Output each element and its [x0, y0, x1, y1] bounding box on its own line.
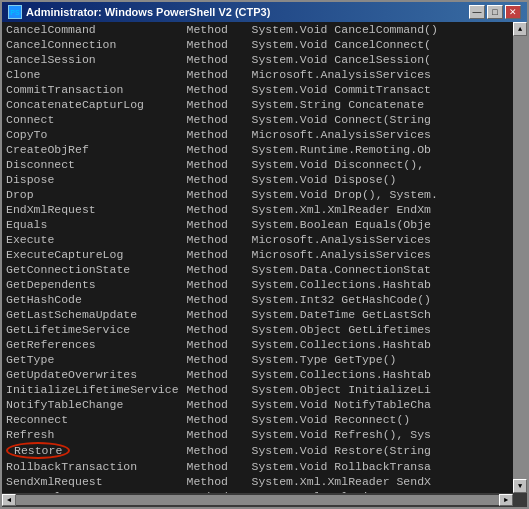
table-row: NotifyTableChangeMethodSystem.Void Notif… — [2, 397, 513, 412]
cell-type: Method — [183, 82, 248, 97]
table-row: ExecuteMethodMicrosoft.AnalysisServices — [2, 232, 513, 247]
scroll-left-button[interactable]: ◄ — [2, 494, 16, 506]
cell-definition: System.Void Refresh(), Sys — [248, 427, 513, 442]
title-bar: PS Administrator: Windows PowerShell V2 … — [2, 2, 527, 22]
table-row: CancelConnectionMethodSystem.Void Cancel… — [2, 37, 513, 52]
table-row: RefreshMethodSystem.Void Refresh(), Sys — [2, 427, 513, 442]
title-bar-left: PS Administrator: Windows PowerShell V2 … — [8, 5, 270, 19]
table-row: CreateObjRefMethodSystem.Runtime.Remotin… — [2, 142, 513, 157]
cell-name: Restore — [2, 442, 183, 459]
vertical-scrollbar[interactable]: ▲ ▼ — [513, 22, 527, 493]
window-icon: PS — [8, 5, 22, 19]
table-row: ConcatenateCapturLogMethodSystem.String … — [2, 97, 513, 112]
cell-name: GetType — [2, 352, 183, 367]
cell-definition: System.Void NotifyTableCha — [248, 397, 513, 412]
horizontal-scrollbar[interactable]: ◄ ► — [2, 493, 513, 507]
cell-type: Method — [183, 427, 248, 442]
cell-definition: System.Xml.XmlReader SendX — [248, 474, 513, 489]
cell-name: CommitTransaction — [2, 82, 183, 97]
cell-type: Method — [183, 247, 248, 262]
table-row: CancelCommandMethodSystem.Void CancelCom… — [2, 22, 513, 37]
cell-name: GetLastSchemaUpdate — [2, 307, 183, 322]
cell-definition: System.Collections.Hashtab — [248, 337, 513, 352]
window-title: Administrator: Windows PowerShell V2 (CT… — [26, 6, 270, 18]
cell-definition: System.Object GetLifetimes — [248, 322, 513, 337]
cell-type: Method — [183, 367, 248, 382]
cell-definition: System.Void CancelCommand() — [248, 22, 513, 37]
main-window: PS Administrator: Windows PowerShell V2 … — [0, 0, 529, 509]
cell-name: GetUpdateOverwrites — [2, 367, 183, 382]
table-row: ExecuteCaptureLogMethodMicrosoft.Analysi… — [2, 247, 513, 262]
scroll-track-vertical[interactable] — [513, 36, 527, 479]
cell-name: CancelSession — [2, 52, 183, 67]
cell-name: CreateObjRef — [2, 142, 183, 157]
cell-definition: System.Runtime.Remoting.Ob — [248, 142, 513, 157]
cell-name: Equals — [2, 217, 183, 232]
cell-name: Disconnect — [2, 157, 183, 172]
cell-definition: System.Collections.Hashtab — [248, 367, 513, 382]
cell-definition: Microsoft.AnalysisServices — [248, 67, 513, 82]
cell-name: NotifyTableChange — [2, 397, 183, 412]
cell-name: ExecuteCaptureLog — [2, 247, 183, 262]
cell-name: Dispose — [2, 172, 183, 187]
table-row: CommitTransactionMethodSystem.Void Commi… — [2, 82, 513, 97]
cell-type: Method — [183, 474, 248, 489]
cell-name: GetHashCode — [2, 292, 183, 307]
cell-name: GetLifetimeService — [2, 322, 183, 337]
cell-type: Method — [183, 277, 248, 292]
cell-type: Method — [183, 382, 248, 397]
cell-type: Method — [183, 172, 248, 187]
table-row: ReconnectMethodSystem.Void Reconnect() — [2, 412, 513, 427]
cell-definition: System.Void Restore(String — [248, 442, 513, 459]
table-row: DisposeMethodSystem.Void Dispose() — [2, 172, 513, 187]
table-row: ConnectMethodSystem.Void Connect(String — [2, 112, 513, 127]
cell-name: RollbackTransaction — [2, 459, 183, 474]
restore-button[interactable]: □ — [487, 5, 503, 19]
scroll-up-button[interactable]: ▲ — [513, 22, 527, 36]
table-row: EndXmlRequestMethodSystem.Xml.XmlReader … — [2, 202, 513, 217]
cell-name: Clone — [2, 67, 183, 82]
cell-type: Method — [183, 337, 248, 352]
table-row: GetConnectionStateMethodSystem.Data.Conn… — [2, 262, 513, 277]
table-row: EqualsMethodSystem.Boolean Equals(Obje — [2, 217, 513, 232]
table-row: GetLastSchemaUpdateMethodSystem.DateTime… — [2, 307, 513, 322]
cell-definition: System.Void CancelSession( — [248, 52, 513, 67]
cell-definition: System.Object InitializeLi — [248, 382, 513, 397]
cell-type: Method — [183, 202, 248, 217]
cell-name: GetConnectionState — [2, 262, 183, 277]
cell-type: Method — [183, 22, 248, 37]
cell-definition: Microsoft.AnalysisServices — [248, 127, 513, 142]
scroll-right-button[interactable]: ► — [499, 494, 513, 506]
table-row: CloneMethodMicrosoft.AnalysisServices — [2, 67, 513, 82]
cell-name: InitializeLifetimeService — [2, 382, 183, 397]
table-row: RollbackTransactionMethodSystem.Void Rol… — [2, 459, 513, 474]
table-scroll-area[interactable]: CancelCommandMethodSystem.Void CancelCom… — [2, 22, 513, 493]
cell-definition: System.Void Dispose() — [248, 172, 513, 187]
table-row: SendXmlRequestMethodSystem.Xml.XmlReader… — [2, 474, 513, 489]
cell-type: Method — [183, 217, 248, 232]
cell-name: SendXmlRequest — [2, 474, 183, 489]
cell-type: Method — [183, 352, 248, 367]
table-row: GetUpdateOverwritesMethodSystem.Collecti… — [2, 367, 513, 382]
scroll-track-horizontal[interactable] — [16, 495, 499, 505]
close-button[interactable]: ✕ — [505, 5, 521, 19]
table-row: GetReferencesMethodSystem.Collections.Ha… — [2, 337, 513, 352]
table-row: InitializeLifetimeServiceMethodSystem.Ob… — [2, 382, 513, 397]
cell-name: CancelCommand — [2, 22, 183, 37]
title-bar-buttons: — □ ✕ — [469, 5, 521, 19]
table-row: DropMethodSystem.Void Drop(), System. — [2, 187, 513, 202]
table-row: DisconnectMethodSystem.Void Disconnect()… — [2, 157, 513, 172]
cell-type: Method — [183, 37, 248, 52]
cell-definition: System.Data.ConnectionStat — [248, 262, 513, 277]
cell-name: CopyTo — [2, 127, 183, 142]
minimize-button[interactable]: — — [469, 5, 485, 19]
cell-type: Method — [183, 232, 248, 247]
cell-definition: System.Collections.Hashtab — [248, 277, 513, 292]
scrollbar-corner — [513, 493, 527, 507]
cell-definition: System.Int32 GetHashCode() — [248, 292, 513, 307]
main-body: CancelCommandMethodSystem.Void CancelCom… — [2, 22, 527, 493]
table-row: GetTypeMethodSystem.Type GetType() — [2, 352, 513, 367]
scroll-down-button[interactable]: ▼ — [513, 479, 527, 493]
cell-definition: System.Void Drop(), System. — [248, 187, 513, 202]
bottom-bar: ◄ ► — [2, 493, 527, 507]
